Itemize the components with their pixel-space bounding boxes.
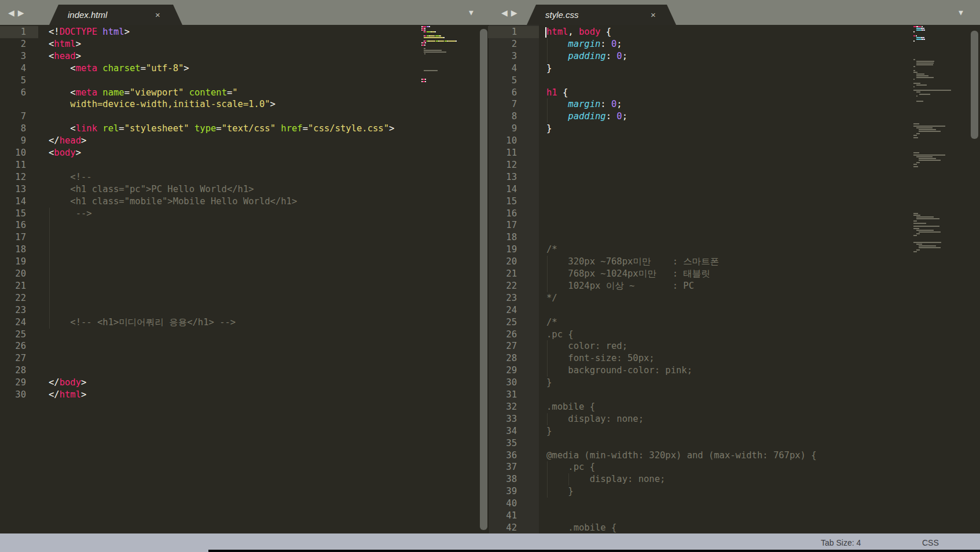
indent-guide xyxy=(547,38,548,62)
minimap-line xyxy=(913,84,955,86)
minimap-line xyxy=(916,230,934,231)
right-pane-history-arrows: ◀ ▶ xyxy=(501,0,517,25)
minimap-line xyxy=(913,62,955,64)
minimap-line xyxy=(421,64,454,65)
minimap-line xyxy=(913,228,919,229)
tab-index-html[interactable]: index.html × xyxy=(49,5,182,25)
line-number: 9 xyxy=(488,123,517,135)
code-line: .pc { xyxy=(546,461,595,473)
line-number: 39 xyxy=(488,485,517,498)
line-number: 12 xyxy=(488,159,517,171)
history-forward-icon[interactable]: ▶ xyxy=(18,8,24,17)
indent-guide xyxy=(547,340,548,377)
minimap-line xyxy=(913,26,955,27)
code-line: .mobile { xyxy=(546,522,616,534)
line-number: 18 xyxy=(488,231,517,244)
minimap-line xyxy=(421,55,454,56)
minimap-line xyxy=(421,57,454,58)
line-number: 8 xyxy=(488,111,517,123)
minimap-line xyxy=(913,94,955,95)
minimap-line xyxy=(913,64,955,65)
line-number: 29 xyxy=(0,377,26,389)
minimap-line xyxy=(913,59,955,60)
tab-close-icon[interactable]: × xyxy=(651,10,656,20)
minimap-line xyxy=(421,34,454,35)
minimap-line xyxy=(913,213,918,214)
code-line: <html> xyxy=(49,38,81,50)
minimap-line xyxy=(913,220,917,222)
code-line: width=device-width,initial-scale=1.0"> xyxy=(49,98,276,111)
code-line: 320px ~768px미만 : 스마트폰 xyxy=(546,256,719,268)
line-number: 37 xyxy=(488,461,517,473)
minimap-line xyxy=(913,45,955,46)
minimap-line xyxy=(421,28,454,29)
line-number: 22 xyxy=(0,292,26,304)
line-number: 15 xyxy=(0,208,26,220)
minimap-line xyxy=(913,226,939,227)
line-number: 20 xyxy=(0,268,26,280)
line-number: 12 xyxy=(0,171,26,183)
minimap-line xyxy=(913,88,955,89)
line-number: 32 xyxy=(488,401,517,413)
minimap-line xyxy=(421,53,454,54)
code-line: margin: 0; xyxy=(546,98,622,111)
tab-close-icon[interactable]: × xyxy=(155,10,160,20)
line-number: 11 xyxy=(488,147,517,159)
indent-guide xyxy=(568,473,569,485)
minimap-line xyxy=(913,72,955,73)
minimap-line xyxy=(913,51,955,53)
indent-guide xyxy=(547,256,548,292)
code-line: } xyxy=(546,123,552,135)
tab-style-css[interactable]: style.css × xyxy=(527,5,676,25)
minimap-line xyxy=(913,251,917,252)
minimap[interactable] xyxy=(913,26,955,532)
minimap-line xyxy=(919,231,941,233)
pane-left-index-html[interactable]: 1234567891011121314151617181920212223242… xyxy=(0,25,488,533)
right-pane-overflow-menu-icon[interactable]: ▼ xyxy=(959,8,963,17)
minimap-line xyxy=(916,216,934,218)
code-line: } xyxy=(546,377,552,389)
line-number: 31 xyxy=(488,389,517,401)
minimap-line xyxy=(421,77,454,78)
minimap-line xyxy=(913,50,955,51)
history-back-icon[interactable]: ◀ xyxy=(8,8,14,17)
minimap-line xyxy=(913,99,955,100)
left-pane-scrollbar-thumb[interactable] xyxy=(480,29,487,530)
code-line: } xyxy=(546,62,552,75)
minimap-line xyxy=(913,137,918,138)
code-line: 768px ~1024px미만 : 태블릿 xyxy=(546,268,710,280)
status-tab-size[interactable]: Tab Size: 4 xyxy=(821,538,861,547)
minimap-line xyxy=(421,72,454,73)
minimap-line xyxy=(916,156,933,157)
right-pane-scrollbar-thumb[interactable] xyxy=(971,31,978,139)
line-number: 30 xyxy=(0,389,26,401)
minimap-line xyxy=(916,249,920,251)
pane-right-style-css[interactable]: 1234567891011121314151617181920212223242… xyxy=(488,25,980,533)
minimap-line xyxy=(913,81,955,82)
line-number: 29 xyxy=(488,365,517,377)
minimap-line xyxy=(913,152,919,153)
status-syntax-mode[interactable]: CSS xyxy=(922,538,939,547)
line-number: 10 xyxy=(0,147,26,159)
minimap-line xyxy=(919,247,941,248)
minimap-line xyxy=(916,244,922,245)
history-forward-icon[interactable]: ▶ xyxy=(511,8,517,17)
minimap-line xyxy=(913,101,955,102)
left-pane-overflow-menu-icon[interactable]: ▼ xyxy=(469,8,474,17)
history-back-icon[interactable]: ◀ xyxy=(501,8,508,17)
minimap-line xyxy=(421,48,454,49)
line-number: 30 xyxy=(488,377,517,389)
line-number: 26 xyxy=(488,329,517,341)
code-line: <head> xyxy=(49,50,81,62)
minimap-line xyxy=(913,83,955,84)
line-number: 40 xyxy=(488,498,517,510)
line-number: 19 xyxy=(488,244,517,256)
minimap-line xyxy=(421,50,454,51)
editor-area: 1234567891011121314151617181920212223242… xyxy=(0,25,980,533)
line-number: 2 xyxy=(488,38,517,50)
line-number: 7 xyxy=(0,111,26,123)
code-line: <meta charset="utf-8"> xyxy=(49,62,189,75)
code-line: padding: 0; xyxy=(546,50,627,62)
minimap-line xyxy=(913,166,918,167)
minimap[interactable] xyxy=(421,26,454,532)
